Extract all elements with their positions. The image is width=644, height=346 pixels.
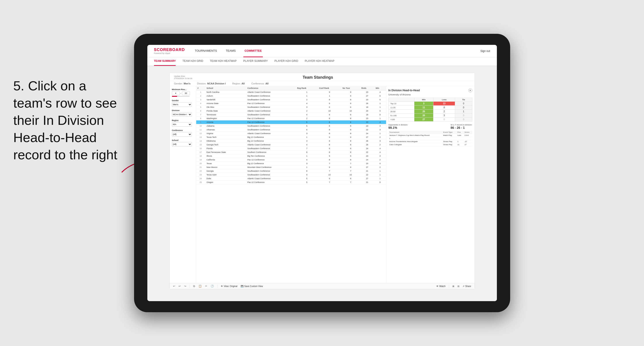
table-row[interactable]: 20 Texas Big 12 Conference 3 7 7 20 0 [196, 162, 386, 166]
undo2-icon[interactable]: ↩ [178, 285, 181, 288]
cell-conf-rank: 1 [318, 94, 341, 98]
save-custom-button[interactable]: 💾 Save Custom View [241, 285, 263, 287]
cell-conf: Southeastern Conference [246, 173, 296, 177]
table-row[interactable]: 5 Ole Miss Southeastern Conference 3 6 6… [196, 105, 386, 109]
tab-player-h2h-grid[interactable]: PLAYER H2H GRID [274, 57, 298, 66]
clock-icon[interactable]: 🕐 [210, 285, 214, 288]
table-row[interactable]: 2 Auburn Southeastern Conference 1 1 9 2… [196, 94, 386, 98]
h2h-loss-51-100: 3 [434, 114, 455, 118]
grid-button[interactable]: ⊞ [452, 285, 454, 287]
tab-team-summary[interactable]: TEAM SUMMARY [154, 57, 176, 66]
table-row[interactable]: 10 Alabama Southeastern Conference 5 8 8… [196, 124, 386, 128]
cell-school: Auburn [205, 94, 246, 98]
min-rounds-input[interactable] [172, 91, 180, 95]
table-row[interactable]: 22 Georgia Southeastern Conference 8 7 7… [196, 169, 386, 173]
opponents-label: Opponents in division: 99.1% [388, 124, 408, 130]
undo-icon[interactable]: ↩ [173, 285, 175, 288]
tab-team-h2h-heatmap[interactable]: TEAM H2H HEATMAP [210, 57, 236, 66]
cell-conf: Big 12 Conference [246, 139, 296, 143]
rounds-slider[interactable] [172, 96, 190, 97]
nav-teams[interactable]: TEAMS [225, 45, 237, 57]
tourn-col-name: Tournament [388, 131, 442, 134]
col-win: Win [374, 86, 386, 90]
table-row[interactable]: 1 North Carolina Atlantic Coast Conferen… [196, 90, 386, 94]
cell-num: 25 [196, 180, 205, 184]
table-row[interactable]: 7 Tennessee Southeastern Conference 4 6 … [196, 113, 386, 117]
crop-icon[interactable]: ✂ [205, 285, 207, 288]
cell-reg: 1 [296, 166, 318, 169]
tab-player-h2h-heatmap[interactable]: PLAYER H2H HEATMAP [305, 57, 334, 66]
cell-notour: 6 [341, 105, 360, 109]
view-original-button[interactable]: 👁 View: Original [221, 285, 238, 287]
table-row[interactable]: 13 Texas Tech Big 12 Conference 1 9 9 27… [196, 136, 386, 139]
table-row[interactable]: 6 Florida State Atlantic Coast Conferenc… [196, 109, 386, 113]
paste-icon[interactable]: 📋 [198, 285, 202, 288]
cell-conf-rank: 8 [318, 139, 341, 143]
watch-button[interactable]: 👁 Watch [436, 285, 446, 287]
table-row[interactable]: 19 California Pac-12 Conference 4 8 8 24… [196, 158, 386, 162]
redo-icon[interactable]: ↪ [184, 285, 186, 288]
table-row[interactable]: 4 Arizona State Pac-12 Conference 4 9 9 … [196, 102, 386, 105]
cell-notour: 7 [341, 162, 360, 166]
gender-select[interactable]: Men's [172, 102, 192, 107]
cell-notour: 8 [341, 139, 360, 143]
cell-win: 1 [374, 117, 386, 120]
conference-select[interactable]: (All) [172, 132, 192, 137]
school-select[interactable]: (All) [172, 142, 192, 147]
cell-reg: 3 [296, 139, 318, 143]
share-button[interactable]: ↗ Share [462, 285, 471, 287]
table-row[interactable]: 11 Arkansas Southeastern Conference 6 8 … [196, 128, 386, 132]
cell-reg: 4 [296, 102, 318, 105]
nav-committee[interactable]: COMMITTEE [243, 45, 263, 57]
table-row[interactable]: 16 Florida Southeastern Conference 7 9 9… [196, 147, 386, 151]
cell-conf-rank: 8 [318, 117, 341, 120]
table-row[interactable]: 21 New Mexico Mountain West Conference 1… [196, 166, 386, 169]
cell-conf: Southeastern Conference [246, 169, 296, 173]
table-row[interactable]: 17 East Tennessee State Southern Confere… [196, 151, 386, 154]
table-row[interactable]: 25 Oregon Pac-12 Conference 5 7 7 21 0 [196, 180, 386, 184]
sign-out-button[interactable]: Sign out [480, 49, 490, 53]
cell-conf-rank: 9 [318, 177, 341, 180]
table-row[interactable]: 18 Illinois Big Ten Conference 1 9 9 23 … [196, 154, 386, 158]
division-filter: Division NCAA Division I [172, 109, 194, 117]
table-body: 1 North Carolina Atlantic Coast Conferen… [196, 90, 386, 184]
cell-win: 3 [374, 139, 386, 143]
h2h-row-top10: Top 10 3 13 0 [388, 102, 472, 106]
cell-notour: 8 [341, 120, 360, 124]
cell-rnds: 24 [360, 132, 374, 136]
cell-notour: 8 [341, 151, 360, 154]
tab-player-summary[interactable]: PLAYER SUMMARY [243, 57, 268, 66]
table-row[interactable]: 24 Duke Atlantic Coast Conference 5 9 9 … [196, 177, 386, 180]
region-select[interactable]: N/A [172, 122, 192, 127]
tab-team-h2h-grid[interactable]: TEAM H2H GRID [182, 57, 203, 66]
layout-button[interactable]: ⊟ [458, 285, 459, 287]
table-row[interactable]: 12 Virginia Atlantic Coast Conference 3 … [196, 132, 386, 136]
max-rounds-input[interactable] [182, 91, 190, 95]
cell-num: 12 [196, 132, 205, 136]
h2h-close-button[interactable]: ✕ [468, 88, 472, 92]
cell-win: 1 [374, 169, 386, 173]
cell-reg: 1 [296, 154, 318, 158]
h2h-win-11-25: 11 [414, 106, 433, 110]
division-select[interactable]: NCAA Division I [172, 112, 192, 117]
cell-rnds: 27 [360, 177, 374, 180]
logo-area: SCOREBOARD Powered by clippd [154, 47, 185, 54]
table-row[interactable]: 14 Oklahoma Big 12 Conference 3 8 8 26 3 [196, 139, 386, 143]
nav-tournaments[interactable]: TOURNAMENTS [194, 45, 218, 57]
cell-win: 2 [374, 143, 386, 147]
col-num: # [196, 86, 205, 90]
table-row[interactable]: 23 Texas A&M Southeastern Conference 9 1… [196, 173, 386, 177]
table-row[interactable]: 3 Vanderbilt Southeastern Conference 2 8… [196, 98, 386, 102]
table-row[interactable]: 8 Washington Pac-12 Conference 2 8 8 23 … [196, 117, 386, 120]
cell-num: 15 [196, 143, 205, 147]
cell-school: Oklahoma [205, 139, 246, 143]
tourn-row-2: Arizona Thunderbirds Intercollegiate Str… [388, 140, 472, 143]
copy-icon[interactable]: ⧉ [193, 285, 195, 288]
cell-notour: 9 [341, 154, 360, 158]
conference-filter-display: Conference: All [251, 82, 268, 85]
table-row[interactable]: 15 Georgia Tech Atlantic Coast Conferenc… [196, 143, 386, 147]
cell-win: 2 [374, 120, 386, 124]
tournament-header-row: Tournament Event Type Pos Score [388, 131, 472, 134]
table-row[interactable]: 9 Arizona Pac-12 Conference 5 8 8 23 2 [196, 120, 386, 124]
cell-notour: 8 [341, 132, 360, 136]
